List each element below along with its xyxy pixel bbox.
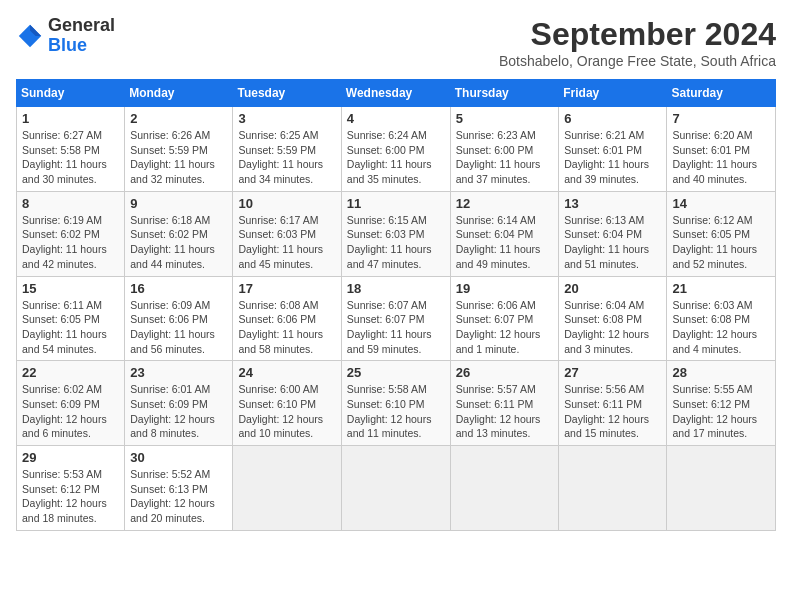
calendar-cell: 12 Sunrise: 6:14 AMSunset: 6:04 PMDaylig… — [450, 191, 559, 276]
day-header-wednesday: Wednesday — [341, 80, 450, 107]
day-number: 1 — [22, 111, 119, 126]
day-info: Sunrise: 6:27 AMSunset: 5:58 PMDaylight:… — [22, 129, 107, 185]
day-number: 13 — [564, 196, 661, 211]
calendar-week-3: 15 Sunrise: 6:11 AMSunset: 6:05 PMDaylig… — [17, 276, 776, 361]
calendar-cell: 26 Sunrise: 5:57 AMSunset: 6:11 PMDaylig… — [450, 361, 559, 446]
calendar-cell: 20 Sunrise: 6:04 AMSunset: 6:08 PMDaylig… — [559, 276, 667, 361]
day-number: 2 — [130, 111, 227, 126]
calendar-cell: 1 Sunrise: 6:27 AMSunset: 5:58 PMDayligh… — [17, 107, 125, 192]
day-info: Sunrise: 6:21 AMSunset: 6:01 PMDaylight:… — [564, 129, 649, 185]
calendar-cell: 9 Sunrise: 6:18 AMSunset: 6:02 PMDayligh… — [125, 191, 233, 276]
calendar-week-2: 8 Sunrise: 6:19 AMSunset: 6:02 PMDayligh… — [17, 191, 776, 276]
day-info: Sunrise: 6:23 AMSunset: 6:00 PMDaylight:… — [456, 129, 541, 185]
day-number: 12 — [456, 196, 554, 211]
calendar-cell: 23 Sunrise: 6:01 AMSunset: 6:09 PMDaylig… — [125, 361, 233, 446]
calendar-cell — [341, 446, 450, 531]
day-number: 16 — [130, 281, 227, 296]
calendar-cell: 10 Sunrise: 6:17 AMSunset: 6:03 PMDaylig… — [233, 191, 341, 276]
day-number: 9 — [130, 196, 227, 211]
day-info: Sunrise: 6:07 AMSunset: 6:07 PMDaylight:… — [347, 299, 432, 355]
calendar-cell: 21 Sunrise: 6:03 AMSunset: 6:08 PMDaylig… — [667, 276, 776, 361]
day-info: Sunrise: 6:03 AMSunset: 6:08 PMDaylight:… — [672, 299, 757, 355]
calendar-cell: 22 Sunrise: 6:02 AMSunset: 6:09 PMDaylig… — [17, 361, 125, 446]
header: General Blue September 2024 Botshabelo, … — [16, 16, 776, 69]
day-number: 19 — [456, 281, 554, 296]
calendar-week-4: 22 Sunrise: 6:02 AMSunset: 6:09 PMDaylig… — [17, 361, 776, 446]
calendar-cell: 2 Sunrise: 6:26 AMSunset: 5:59 PMDayligh… — [125, 107, 233, 192]
calendar-cell — [450, 446, 559, 531]
day-number: 4 — [347, 111, 445, 126]
day-number: 3 — [238, 111, 335, 126]
day-info: Sunrise: 6:24 AMSunset: 6:00 PMDaylight:… — [347, 129, 432, 185]
day-number: 29 — [22, 450, 119, 465]
day-header-sunday: Sunday — [17, 80, 125, 107]
calendar-week-1: 1 Sunrise: 6:27 AMSunset: 5:58 PMDayligh… — [17, 107, 776, 192]
day-number: 25 — [347, 365, 445, 380]
day-info: Sunrise: 6:09 AMSunset: 6:06 PMDaylight:… — [130, 299, 215, 355]
day-info: Sunrise: 6:08 AMSunset: 6:06 PMDaylight:… — [238, 299, 323, 355]
day-info: Sunrise: 5:58 AMSunset: 6:10 PMDaylight:… — [347, 383, 432, 439]
calendar-cell: 27 Sunrise: 5:56 AMSunset: 6:11 PMDaylig… — [559, 361, 667, 446]
day-header-friday: Friday — [559, 80, 667, 107]
day-header-thursday: Thursday — [450, 80, 559, 107]
calendar-cell: 30 Sunrise: 5:52 AMSunset: 6:13 PMDaylig… — [125, 446, 233, 531]
day-info: Sunrise: 5:56 AMSunset: 6:11 PMDaylight:… — [564, 383, 649, 439]
day-number: 5 — [456, 111, 554, 126]
calendar-cell: 8 Sunrise: 6:19 AMSunset: 6:02 PMDayligh… — [17, 191, 125, 276]
day-number: 18 — [347, 281, 445, 296]
calendar-cell: 7 Sunrise: 6:20 AMSunset: 6:01 PMDayligh… — [667, 107, 776, 192]
day-header-saturday: Saturday — [667, 80, 776, 107]
day-number: 11 — [347, 196, 445, 211]
day-info: Sunrise: 6:01 AMSunset: 6:09 PMDaylight:… — [130, 383, 215, 439]
location: Botshabelo, Orange Free State, South Afr… — [499, 53, 776, 69]
day-info: Sunrise: 5:52 AMSunset: 6:13 PMDaylight:… — [130, 468, 215, 524]
calendar-cell: 18 Sunrise: 6:07 AMSunset: 6:07 PMDaylig… — [341, 276, 450, 361]
calendar-cell: 16 Sunrise: 6:09 AMSunset: 6:06 PMDaylig… — [125, 276, 233, 361]
day-info: Sunrise: 6:25 AMSunset: 5:59 PMDaylight:… — [238, 129, 323, 185]
logo-icon — [16, 22, 44, 50]
day-info: Sunrise: 6:17 AMSunset: 6:03 PMDaylight:… — [238, 214, 323, 270]
day-info: Sunrise: 5:57 AMSunset: 6:11 PMDaylight:… — [456, 383, 541, 439]
calendar: SundayMondayTuesdayWednesdayThursdayFrid… — [16, 79, 776, 531]
day-info: Sunrise: 5:55 AMSunset: 6:12 PMDaylight:… — [672, 383, 757, 439]
day-info: Sunrise: 6:11 AMSunset: 6:05 PMDaylight:… — [22, 299, 107, 355]
calendar-cell: 28 Sunrise: 5:55 AMSunset: 6:12 PMDaylig… — [667, 361, 776, 446]
title-area: September 2024 Botshabelo, Orange Free S… — [499, 16, 776, 69]
calendar-cell — [667, 446, 776, 531]
day-number: 15 — [22, 281, 119, 296]
day-number: 7 — [672, 111, 770, 126]
day-number: 26 — [456, 365, 554, 380]
day-info: Sunrise: 6:00 AMSunset: 6:10 PMDaylight:… — [238, 383, 323, 439]
calendar-cell: 11 Sunrise: 6:15 AMSunset: 6:03 PMDaylig… — [341, 191, 450, 276]
day-number: 27 — [564, 365, 661, 380]
day-info: Sunrise: 6:19 AMSunset: 6:02 PMDaylight:… — [22, 214, 107, 270]
day-number: 20 — [564, 281, 661, 296]
day-number: 21 — [672, 281, 770, 296]
day-info: Sunrise: 6:02 AMSunset: 6:09 PMDaylight:… — [22, 383, 107, 439]
day-info: Sunrise: 6:15 AMSunset: 6:03 PMDaylight:… — [347, 214, 432, 270]
day-info: Sunrise: 6:06 AMSunset: 6:07 PMDaylight:… — [456, 299, 541, 355]
day-number: 17 — [238, 281, 335, 296]
calendar-cell: 19 Sunrise: 6:06 AMSunset: 6:07 PMDaylig… — [450, 276, 559, 361]
day-info: Sunrise: 6:18 AMSunset: 6:02 PMDaylight:… — [130, 214, 215, 270]
day-header-monday: Monday — [125, 80, 233, 107]
day-number: 10 — [238, 196, 335, 211]
day-number: 14 — [672, 196, 770, 211]
calendar-cell: 14 Sunrise: 6:12 AMSunset: 6:05 PMDaylig… — [667, 191, 776, 276]
calendar-cell: 17 Sunrise: 6:08 AMSunset: 6:06 PMDaylig… — [233, 276, 341, 361]
calendar-cell: 29 Sunrise: 5:53 AMSunset: 6:12 PMDaylig… — [17, 446, 125, 531]
calendar-week-5: 29 Sunrise: 5:53 AMSunset: 6:12 PMDaylig… — [17, 446, 776, 531]
day-info: Sunrise: 6:20 AMSunset: 6:01 PMDaylight:… — [672, 129, 757, 185]
day-info: Sunrise: 6:12 AMSunset: 6:05 PMDaylight:… — [672, 214, 757, 270]
calendar-cell: 4 Sunrise: 6:24 AMSunset: 6:00 PMDayligh… — [341, 107, 450, 192]
logo-general: General — [48, 16, 115, 36]
day-info: Sunrise: 6:26 AMSunset: 5:59 PMDaylight:… — [130, 129, 215, 185]
calendar-cell — [559, 446, 667, 531]
day-info: Sunrise: 5:53 AMSunset: 6:12 PMDaylight:… — [22, 468, 107, 524]
calendar-cell: 6 Sunrise: 6:21 AMSunset: 6:01 PMDayligh… — [559, 107, 667, 192]
day-number: 28 — [672, 365, 770, 380]
day-info: Sunrise: 6:14 AMSunset: 6:04 PMDaylight:… — [456, 214, 541, 270]
day-number: 23 — [130, 365, 227, 380]
calendar-cell: 3 Sunrise: 6:25 AMSunset: 5:59 PMDayligh… — [233, 107, 341, 192]
day-number: 30 — [130, 450, 227, 465]
